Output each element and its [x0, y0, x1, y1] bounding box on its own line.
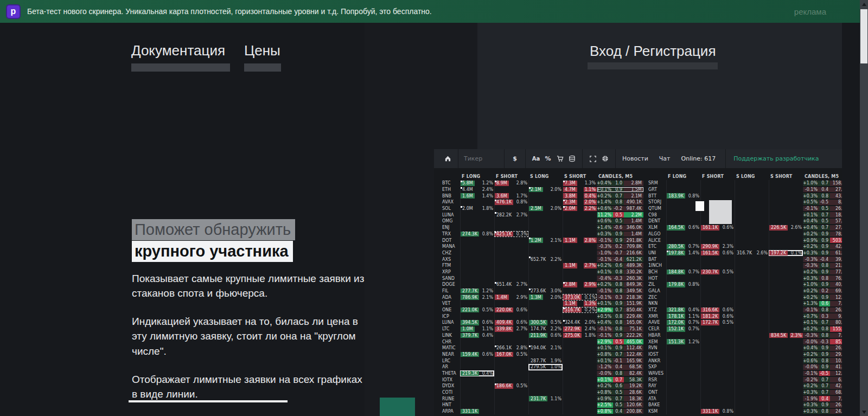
table-row[interactable]: AVAX476.1K0.8%2.3M2.0%+1.4%0.8490.1K [439, 199, 643, 206]
table-row[interactable]: BAT-0.3%-0.439.4K [646, 256, 842, 263]
table-row[interactable]: BTC5.8M1.2%8.9M2.8%7.3M1.3%+0.4%1.02.8M [439, 180, 643, 187]
table-row[interactable]: FTM1.1M2.7%+0.2%0.6489.3K [439, 263, 643, 269]
table-row[interactable]: DYDX186.6K0.5%+0.2%0.619.2K [439, 383, 643, 389]
table-row[interactable]: C98+0.1%0.718.7K [646, 212, 842, 218]
table-row[interactable]: LTC1.0M1.1%339.8K2.7%174.7K2.2%272.9K2.4… [439, 326, 643, 332]
page-scrollbar[interactable] [860, 0, 868, 416]
nav-auth-link[interactable]: Вход / Регистрация [590, 43, 716, 60]
table-row[interactable]: FIL277.7K1.2%273.6K3.0%-0.1%0.8349.5K [439, 288, 643, 295]
table-row[interactable]: RAY+0.2%0.742.6K [646, 383, 842, 389]
order-cell: 266.1K2.8% [494, 345, 528, 351]
table-row[interactable]: ENJ+1.4%-0.6346.0K [439, 225, 643, 231]
dollar-icon[interactable]: $ [509, 153, 521, 165]
table-row[interactable]: XEM151.3K1.2%-0.0%-0.385.2K [646, 338, 842, 345]
candle-change-pct: +0.1% [597, 377, 613, 382]
table-row[interactable]: BTT183.9K0.8%+0.3%0.843.3K [646, 193, 842, 199]
table-row[interactable]: 1INCH-0.3%0.821.7K [646, 263, 842, 269]
table-row[interactable]: DOGE651.4K2.7%2.8M2.9%+0.2%0.8849.3K [439, 281, 643, 288]
order-cell [735, 402, 769, 408]
table-row[interactable]: DENT+0.4%0.557.8K [646, 218, 842, 225]
scrollbar-down-arrow[interactable] [860, 408, 868, 416]
table-row[interactable]: CHR+2.9%0.5465.0K [439, 338, 643, 345]
table-row[interactable]: ARPA331.1K+0.8%0.4200.8K [439, 408, 643, 415]
table-row[interactable]: LUNA282.2K2.7%+11.2%0.52.2M [439, 212, 643, 218]
table-row[interactable]: XMR178.1K1.1%181.2K0.6%+0.7%0.39.3K [646, 313, 842, 319]
table-row[interactable]: ATA-1.9%0.47.1K [646, 395, 842, 402]
table-row[interactable]: HBAR834.5K2.3%-0.3%0.87.8K [646, 332, 842, 339]
table-row[interactable]: CELR152.1K0.7%+0.2%0.8155.5K [646, 326, 842, 332]
table-row[interactable]: AXS652.7K2.2%-0.1%-0.4621.2K [439, 256, 643, 263]
table-row[interactable]: BCH184.8K0.7%230.7K0.5%+0.2%0.977.4K [646, 269, 842, 276]
globe-icon[interactable] [599, 153, 611, 165]
table-row[interactable]: OMG+0.6%0.51.4M [439, 218, 643, 225]
table-row[interactable]: ONE221.0K0.5%220.0K0.6%516.7K0.2%+2.9%0.… [439, 307, 643, 313]
table-row[interactable]: ICP+0.5%0.8229.4K [439, 313, 643, 319]
table-row[interactable]: ONT+0.3%0.768.7K [646, 389, 842, 396]
table-row[interactable]: LRC287.7K1.9%+0.1%-0.1165.9K [439, 357, 643, 364]
ticker-search-input[interactable] [463, 155, 500, 163]
table-row[interactable]: RVN+0.4%0.926.2K [646, 345, 842, 351]
support-developer-link[interactable]: Поддержать разработчика [733, 155, 819, 162]
table-row[interactable]: UNI197.8K1.4%161.5K0.6%316.7K2.6%197.2K0… [646, 250, 842, 257]
table-row[interactable]: SXP-0.0%0.941.9K [646, 364, 842, 370]
table-row[interactable]: GALA+0.2%0.269.0K [646, 288, 842, 295]
table-row[interactable]: ETC280.5K0.7%290.9K2.3%+0.2%0.942.3K [646, 244, 842, 250]
scrollbar-thumb[interactable] [860, 9, 867, 63]
table-row[interactable]: CHZ-1.0%-0.7216.6K [439, 250, 643, 257]
table-row[interactable]: LINK379.7K0.4%211.9K0.6%275.0K1.8%-0.1%0… [439, 332, 643, 339]
table-row[interactable]: ETH4.4M2.4%2.1M2.0%4.7M1.1%+0.1%0.91.5M [439, 187, 643, 193]
table-row[interactable]: BNB1.6M1.4%3.6M1.7%3.8M0.4%+0.2%0.72.1M [439, 193, 643, 199]
table-row[interactable]: BAKE+0.3%0.926.6K [646, 402, 842, 408]
chat-button[interactable]: Чат [659, 155, 671, 162]
table-row[interactable]: NEAR159.4K0.6%167.0K0.5%+0.8%0.7122.4K [439, 351, 643, 358]
order-cell [528, 212, 563, 218]
table-row[interactable]: LUNA394.5K0.6%409.4K0.6%300.5K0.5%324.4K… [439, 319, 643, 326]
table-row[interactable]: RSR-0.2%0.76.5K [646, 376, 842, 383]
cart-icon[interactable] [554, 153, 566, 165]
table-row[interactable]: ALGO+0.2%0.978.9K [646, 231, 842, 238]
table-row[interactable]: XRP+0.1%0.8330.2K [439, 269, 643, 276]
table-row[interactable]: XTZ321.8K0.4%316.6K0.6%-0.1%0.826.2K [646, 307, 842, 313]
table-row[interactable]: SRM+1.0%0.7158.6K [646, 180, 842, 187]
table-row[interactable]: MATIC266.1K2.8%194.0K2.1%+0.1%0.9112.4K [439, 345, 643, 351]
table-row[interactable]: ANKR+0.6%0.810.9K [646, 357, 842, 364]
table-row[interactable]: SAND-0.4%-0.3260.3K [439, 275, 643, 281]
fullscreen-icon[interactable] [587, 153, 599, 165]
table-row[interactable]: XLM164.5K0.6%161.1K0.6%226.5K2.6%+0.4%0.… [646, 225, 842, 231]
table-row[interactable]: MANA-0.3%0.2709.8K [439, 244, 643, 250]
table-row[interactable]: STORJ+0.5%-0.58.6K [646, 199, 842, 206]
percent-icon[interactable]: % [542, 153, 554, 165]
table-row[interactable]: THETA219.3K0.4%-0.0%0.882.4K [439, 370, 643, 377]
home-icon[interactable] [442, 153, 454, 165]
order-cell [666, 256, 700, 263]
table-row[interactable]: IOST+0.2%0.929.7K [646, 351, 842, 358]
table-row[interactable]: ZEC+0.2%0.912.0K [646, 294, 842, 300]
scrollbar-up-arrow[interactable] [860, 0, 868, 8]
table-row[interactable]: SOL2.0M1.8%2.5M2.0%2.0M2.2%+0.6%-0.2987.… [439, 206, 643, 212]
table-row[interactable]: DOT1.2M2.1%1.1M2.8%-0.1%0.9291.8K [439, 237, 643, 244]
table-row[interactable]: IOTX+0.1%0.758.3K [439, 376, 643, 383]
table-row[interactable]: COTI+0.8%0.528.6K [439, 389, 643, 396]
table-row[interactable]: RUNE231.7K1.1%+0.9%0.718.3K [439, 395, 643, 402]
table-row[interactable]: HNT+2.5%0.5120.6K [439, 402, 643, 408]
table-row[interactable]: TRX274.3K0.8%425.1K0.3%+0.3%0.91.4M [439, 231, 643, 238]
nav-docs-link[interactable]: Документация [131, 42, 225, 59]
table-row[interactable]: WAVES-0.1%-0.512.7K [646, 370, 842, 377]
table-row[interactable]: QTUM-0.1%0.526.3K [646, 206, 842, 212]
table-row[interactable]: VET1.1M1.3%+0.1%0.9151.9K [439, 300, 643, 307]
news-button[interactable]: Новости [622, 155, 648, 162]
table-row[interactable]: ALICE+0.9%0.9503.5K [646, 237, 842, 244]
table-row[interactable]: NKN+1.3%0.67.0K [646, 300, 842, 307]
table-row[interactable]: AAVE172.0K0.7%172.7K0.5%+0.1%0.780.9K [646, 319, 842, 326]
table-row[interactable]: HOT+0.3%0.876.8K [646, 275, 842, 281]
table-row[interactable]: ZIL179.8K0.8%+1.0%0.940.2K [646, 281, 842, 288]
table-row[interactable]: ADA786.9K2.1%1.4M2.9%1.3M2.0%373.0K0.1%-… [439, 294, 643, 300]
coins-icon[interactable] [566, 153, 578, 165]
table-row[interactable]: AR279.5K1.0%-1.2%0.468.5K [439, 364, 643, 370]
textsize-icon[interactable]: Aa [530, 153, 542, 165]
table-row[interactable]: GRT-0.1%0.427.7K [646, 187, 842, 193]
order-cell [563, 212, 597, 218]
nav-pricing-link[interactable]: Цены [244, 42, 280, 59]
table-row[interactable]: KSM331.1K0.8%+0.3%0.824.4K [646, 408, 842, 415]
promo-banner[interactable]: p Бета-тест нового скринера. Уникальная … [0, 0, 860, 23]
